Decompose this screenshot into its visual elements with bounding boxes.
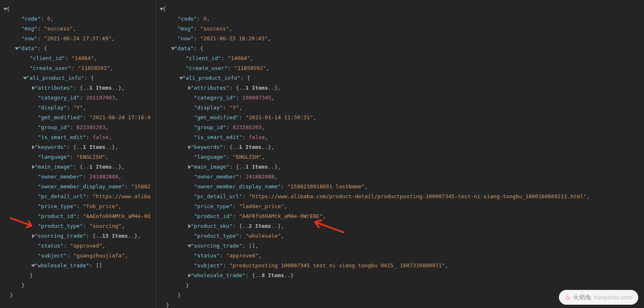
json-pane-right: { "code":0, "msg":"success", "now":"2021… bbox=[156, 0, 644, 308]
json-items-count: 13 bbox=[102, 233, 109, 239]
json-row-ali-product-info[interactable]: "ali_product_info":{ bbox=[2, 73, 156, 83]
json-row: "now":"2021-06-23 18:20:43", bbox=[159, 34, 644, 44]
json-row[interactable]: "main_image":{.. 1 Items ..}, bbox=[2, 162, 156, 172]
json-row: "client_id":"14064", bbox=[2, 53, 156, 63]
json-value: 241882888 bbox=[245, 172, 274, 182]
json-value: 823385203 bbox=[76, 123, 105, 132]
json-row: "is_smart_edit":false, bbox=[2, 132, 156, 142]
json-value: "Y" bbox=[229, 103, 239, 113]
json-value: "success" bbox=[200, 24, 229, 34]
json-items-count: 1 bbox=[239, 144, 242, 150]
json-row[interactable]: "keywords":{.. 1 Items ..}, bbox=[159, 142, 644, 152]
json-row: "group_id":823385203, bbox=[159, 123, 644, 132]
json-root-open[interactable]: { bbox=[159, 4, 644, 14]
json-value: "success" bbox=[44, 24, 73, 34]
json-row: "display":"Y", bbox=[159, 103, 644, 113]
json-row: "product_type":"sourcing", bbox=[2, 221, 156, 231]
json-root-open[interactable]: { bbox=[2, 4, 156, 14]
json-items-count: 1 bbox=[245, 164, 249, 170]
json-items-count: 1 bbox=[89, 164, 92, 170]
json-value: "fob_price" bbox=[83, 201, 118, 211]
json-row-ali-product-info[interactable]: "ali_product_info":{ bbox=[159, 73, 644, 83]
json-value: "15882 bbox=[131, 182, 150, 192]
json-pane-left: { "code":0, "msg":"success", "now":"2021… bbox=[0, 0, 156, 308]
json-row: "client_id":"14064", bbox=[159, 53, 644, 63]
json-value: "ENGLISH" bbox=[76, 152, 105, 162]
flame-icon: ♨ bbox=[565, 292, 570, 302]
json-value: false bbox=[92, 132, 108, 142]
json-row: "category_id":100007345, bbox=[159, 93, 644, 103]
json-value: "2021-06-24 17:37:49" bbox=[44, 34, 111, 44]
json-row: "msg":"success", bbox=[159, 24, 644, 34]
json-row: "gmt_modified":"2021-06-24 17:16:4 bbox=[2, 113, 156, 123]
json-items-count: 1 bbox=[89, 85, 92, 91]
json-row: "gmt_modified":"2021-01-14 11:30:31", bbox=[159, 113, 644, 123]
json-row: "now":"2021-06-24 17:37:49", bbox=[2, 34, 156, 44]
json-row[interactable]: "wholesale_trade":[] bbox=[2, 261, 156, 271]
json-row: "owner_member":241882888, bbox=[159, 172, 644, 182]
json-close-brace: } bbox=[159, 280, 644, 290]
json-value: "productposting 100007345 test ni xiang … bbox=[229, 261, 445, 271]
json-row[interactable]: "main_image":{.. 1 Items ..}, bbox=[159, 162, 644, 172]
json-value: false bbox=[249, 132, 265, 142]
json-close-brace: } bbox=[2, 280, 156, 290]
json-row: "group_id":823385203, bbox=[2, 123, 156, 132]
json-value: "https://www.aliba bbox=[92, 192, 150, 201]
json-close-brace: } bbox=[2, 271, 156, 280]
json-row: "create_user":"11858592", bbox=[2, 63, 156, 73]
json-value: 241882888 bbox=[89, 172, 118, 182]
watermark-badge: ♨ 火焰兔 huoyantu.com bbox=[559, 290, 638, 305]
json-close-brace: } bbox=[2, 290, 156, 300]
json-row-data[interactable]: "data":{ bbox=[2, 44, 156, 53]
json-row: "product_id":"AAFRfo69AMtk_aM4e-0WrE8E", bbox=[159, 211, 644, 221]
json-value: "guangzhoujiafa" bbox=[73, 251, 125, 261]
json-row: "pc_detail_url":"https://www.aliba bbox=[2, 192, 156, 201]
json-value: "14064" bbox=[72, 53, 94, 63]
json-value: [] bbox=[96, 261, 102, 271]
json-row[interactable]: "wholesale_trade":{.. 8 Items ..} bbox=[159, 271, 644, 280]
json-row: "subject":"guangzhoujiafa", bbox=[2, 251, 156, 261]
json-row: "language":"ENGLISH", bbox=[159, 152, 644, 162]
json-row: "product_id":"AAEofo69AMtk_aM4e-0Q bbox=[2, 211, 156, 221]
json-value: 201197003 bbox=[86, 93, 115, 103]
json-row: "product_type":"wholesale", bbox=[159, 231, 644, 241]
json-row-data[interactable]: "data":{ bbox=[159, 44, 644, 53]
json-row[interactable]: "attributes":{.. 1 Items ..}, bbox=[2, 83, 156, 93]
watermark-text-en: huoyantu.com bbox=[594, 292, 632, 302]
json-row: "code":0, bbox=[2, 14, 156, 24]
json-row: "owner_member_display_name":"15882 bbox=[2, 182, 156, 192]
json-value: "ladder_price" bbox=[239, 201, 284, 211]
json-value: "1588238918691 lastName" bbox=[287, 182, 365, 192]
json-row: "is_smart_edit":false, bbox=[159, 132, 644, 142]
json-value: "Y" bbox=[73, 103, 83, 113]
json-row: "owner_member":241882888, bbox=[2, 172, 156, 182]
json-row[interactable]: "product_sku":{.. 2 Items ..}, bbox=[159, 221, 644, 231]
json-items-count: 1 bbox=[245, 85, 249, 91]
json-value: "2021-06-24 17:16:4 bbox=[89, 113, 150, 123]
json-value: [] bbox=[249, 241, 255, 251]
json-row[interactable]: "sourcing_trade":[], bbox=[159, 241, 644, 251]
json-row: "price_type":"fob_price", bbox=[2, 201, 156, 211]
json-row: "status":"approved", bbox=[2, 241, 156, 251]
json-row: "msg":"success", bbox=[2, 24, 156, 34]
watermark-text-cn: 火焰兔 bbox=[573, 292, 591, 302]
json-value: "14064" bbox=[228, 53, 250, 63]
json-row: "status":"approved", bbox=[159, 251, 644, 261]
json-row: "create_user":"11858592", bbox=[159, 63, 644, 73]
json-row[interactable]: "attributes":{.. 1 Items ..}, bbox=[159, 83, 644, 93]
json-row[interactable]: "keywords":{.. 1 Items ..}, bbox=[2, 142, 156, 152]
json-row: "pc_detail_url":"https://www.alibaba.com… bbox=[159, 192, 644, 201]
json-row: "category_id":201197003, bbox=[2, 93, 156, 103]
json-value: "approved" bbox=[70, 241, 102, 251]
json-row[interactable]: "sourcing_trade":{.. 13 Items ..}, bbox=[2, 231, 156, 241]
json-value: "AAFRfo69AMtk_aM4e-0WrE8E" bbox=[239, 211, 323, 221]
json-value: 100007345 bbox=[242, 93, 271, 103]
json-value: "11858592" bbox=[78, 63, 110, 73]
json-value: 0 bbox=[203, 14, 207, 24]
json-row: "owner_member_display_name":"15882389186… bbox=[159, 182, 644, 192]
json-value: "approved" bbox=[226, 251, 258, 261]
json-row: "price_type":"ladder_price", bbox=[159, 201, 644, 211]
json-value: "https://www.alibaba.com/product-detail/… bbox=[249, 192, 586, 201]
json-value: "11858592" bbox=[234, 63, 266, 73]
json-items-count: 1 bbox=[83, 144, 86, 150]
